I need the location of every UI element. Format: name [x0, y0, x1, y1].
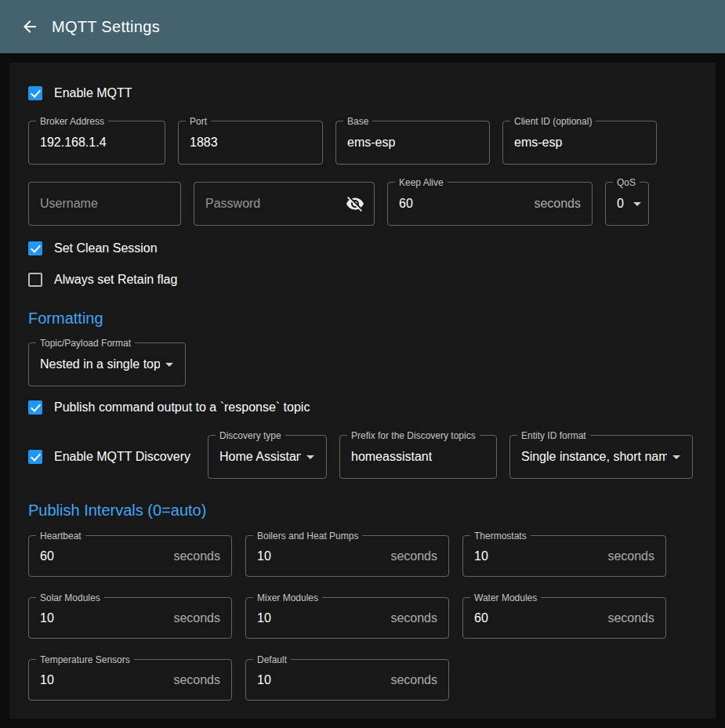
dropdown-caret-icon — [160, 355, 179, 374]
checkbox-label: Enable MQTT — [54, 86, 132, 100]
formatting-section-heading: Formatting — [28, 309, 697, 328]
field-label: Broker Address — [36, 116, 108, 127]
field-label: Solar Modules — [36, 592, 104, 603]
enable-discovery-checkbox[interactable]: Enable MQTT Discovery — [28, 450, 190, 464]
discovery-prefix-input[interactable] — [351, 450, 485, 464]
clean-session-checkbox[interactable]: Set Clean Session — [28, 241, 158, 255]
password-input[interactable] — [205, 197, 346, 211]
field-label: Topic/Payload Format — [36, 338, 135, 349]
settings-panel: Enable MQTT Broker Address Port Base Cli… — [9, 63, 716, 719]
selected-value: Nested in a single topic — [40, 357, 160, 371]
seconds-suffix: seconds — [601, 549, 654, 563]
checkbox-icon — [28, 400, 42, 415]
seconds-suffix: seconds — [384, 673, 437, 687]
default-input[interactable] — [257, 673, 384, 687]
arrow-back-icon — [20, 17, 39, 36]
seconds-suffix: seconds — [527, 197, 581, 211]
seconds-suffix: seconds — [167, 673, 220, 687]
broker-settings-row: Broker Address Port Base Client ID (opti… — [28, 121, 697, 165]
base-input[interactable] — [347, 136, 478, 150]
field-label: Discovery type — [216, 430, 285, 441]
qos-select[interactable]: QoS 0 — [605, 182, 649, 226]
username-field[interactable] — [28, 182, 181, 226]
field-label: QoS — [613, 177, 640, 188]
back-button[interactable] — [20, 17, 39, 36]
keep-alive-input[interactable] — [399, 197, 527, 211]
water-interval-field[interactable]: Water Modules seconds — [462, 597, 666, 639]
boilers-interval-field[interactable]: Boilers and Heat Pumps seconds — [245, 535, 449, 577]
retain-flag-checkbox[interactable]: Always set Retain flag — [28, 273, 177, 287]
thermostats-interval-field[interactable]: Thermostats seconds — [462, 535, 666, 577]
default-interval-field[interactable]: Default seconds — [245, 659, 449, 701]
entity-id-format-select[interactable]: Entity ID format Single instance, short … — [509, 435, 693, 479]
field-label: Temperature Sensors — [36, 654, 134, 665]
seconds-suffix: seconds — [167, 611, 220, 625]
checkbox-label: Set Clean Session — [54, 241, 158, 255]
temperature-interval-field[interactable]: Temperature Sensors seconds — [28, 659, 232, 701]
discovery-prefix-field[interactable]: Prefix for the Discovery topics — [339, 435, 497, 479]
field-label: Prefix for the Discovery topics — [347, 430, 480, 441]
thermostats-input[interactable] — [474, 549, 601, 563]
port-input[interactable] — [190, 136, 311, 150]
password-field[interactable] — [194, 182, 375, 226]
checkbox-icon — [28, 241, 42, 255]
field-label: Port — [186, 116, 211, 127]
seconds-suffix: seconds — [384, 611, 437, 625]
topic-payload-format-select[interactable]: Topic/Payload Format Nested in a single … — [28, 342, 186, 386]
dropdown-caret-icon — [667, 447, 686, 466]
mixer-input[interactable] — [257, 611, 384, 625]
checkbox-icon — [28, 273, 42, 287]
checkbox-icon — [28, 86, 42, 100]
temperature-input[interactable] — [40, 673, 167, 687]
enable-mqtt-checkbox[interactable]: Enable MQTT — [28, 86, 132, 100]
field-label: Base — [343, 116, 372, 127]
field-label: Boilers and Heat Pumps — [253, 531, 362, 541]
mixer-interval-field[interactable]: Mixer Modules seconds — [245, 597, 449, 639]
field-label: Entity ID format — [517, 430, 590, 441]
broker-address-field[interactable]: Broker Address — [28, 121, 165, 165]
field-label: Default — [253, 654, 291, 665]
selected-value: 0 — [617, 197, 624, 211]
publish-intervals-section-heading: Publish Intervals (0=auto) — [28, 501, 697, 520]
seconds-suffix: seconds — [601, 611, 654, 625]
checkbox-label: Always set Retain flag — [54, 273, 177, 287]
heartbeat-input[interactable] — [40, 549, 167, 563]
solar-interval-field[interactable]: Solar Modules seconds — [28, 597, 232, 639]
mqtt-discovery-row: Enable MQTT Discovery Discovery type Hom… — [28, 435, 697, 479]
page-title: MQTT Settings — [52, 18, 160, 36]
discovery-type-select[interactable]: Discovery type Home Assistant — [208, 435, 327, 479]
client-id-field[interactable]: Client ID (optional) — [502, 121, 657, 165]
dropdown-caret-icon — [628, 194, 647, 213]
field-label: Mixer Modules — [253, 592, 322, 603]
seconds-suffix: seconds — [384, 549, 437, 563]
client-id-input[interactable] — [514, 136, 645, 150]
checkbox-label: Enable MQTT Discovery — [54, 450, 190, 464]
base-field[interactable]: Base — [335, 121, 490, 165]
password-visibility-toggle[interactable] — [346, 194, 364, 213]
field-label: Heartbeat — [36, 531, 85, 541]
selected-value: Single instance, short name — [521, 450, 667, 464]
field-label: Water Modules — [470, 592, 541, 603]
broker-address-input[interactable] — [40, 136, 154, 150]
publish-response-checkbox[interactable]: Publish command output to a `response` t… — [28, 400, 310, 415]
boilers-input[interactable] — [257, 549, 384, 563]
field-label: Thermostats — [470, 531, 531, 541]
checkbox-label: Publish command output to a `response` t… — [54, 400, 310, 415]
port-field[interactable]: Port — [178, 121, 323, 165]
username-input[interactable] — [40, 197, 169, 211]
credentials-row: Keep Alive seconds QoS 0 — [28, 182, 697, 226]
checkbox-icon — [28, 450, 42, 464]
selected-value: Home Assistant — [219, 450, 301, 464]
publish-intervals-grid: Heartbeat seconds Boilers and Heat Pumps… — [28, 535, 697, 701]
keep-alive-field[interactable]: Keep Alive seconds — [387, 182, 593, 226]
dropdown-caret-icon — [301, 447, 320, 466]
visibility-off-icon — [346, 194, 364, 213]
field-label: Keep Alive — [395, 177, 448, 188]
heartbeat-interval-field[interactable]: Heartbeat seconds — [28, 535, 232, 577]
seconds-suffix: seconds — [167, 549, 220, 563]
water-input[interactable] — [474, 611, 601, 625]
topic-format-row: Topic/Payload Format Nested in a single … — [28, 342, 697, 386]
solar-input[interactable] — [40, 611, 167, 625]
field-label: Client ID (optional) — [510, 116, 596, 127]
app-bar: MQTT Settings — [0, 0, 725, 53]
